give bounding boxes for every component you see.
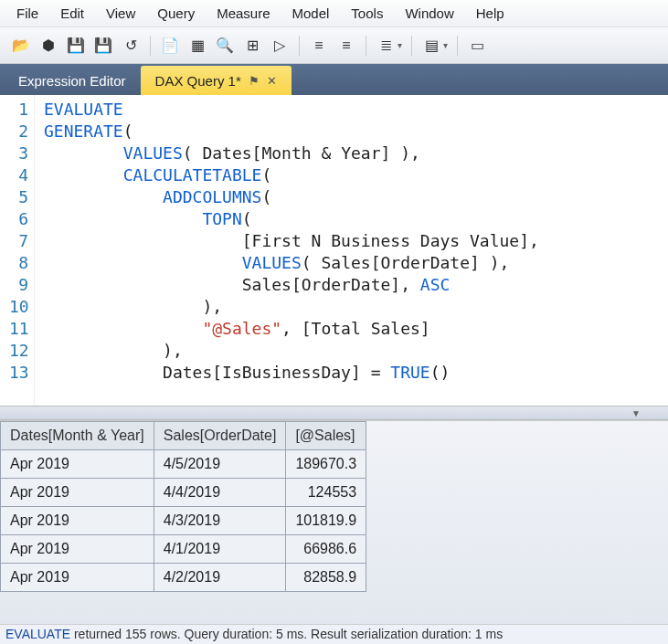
format-button[interactable]: ≣ [374,34,398,58]
cell: 4/1/2019 [154,535,286,564]
cell: Apr 2019 [1,564,154,592]
code-line[interactable]: VALUES( Dates[Month & Year] ), [44,143,539,164]
menu-edit[interactable]: Edit [55,3,90,24]
code-line[interactable]: "@Sales", [Total Sales] [44,318,539,340]
tab-dax-query[interactable]: DAX Query 1* ⚑ ✕ [141,66,292,95]
cell: 101819.9 [286,507,366,535]
code-line[interactable]: EVALUATE [44,99,539,121]
menubar: FileEditViewQueryMeasureModelToolsWindow… [0,0,668,27]
doc-button[interactable]: 📄 [158,34,182,58]
code-line[interactable]: Dates[IsBusinessDay] = TRUE() [44,362,539,384]
cube-button[interactable]: ⬢ [37,34,60,58]
menu-measure[interactable]: Measure [211,3,275,24]
undo-button[interactable]: ↺ [119,34,143,58]
menu-tools[interactable]: Tools [345,3,388,24]
code-line[interactable]: TOPN( [44,208,539,230]
cell: 189670.3 [286,450,366,479]
code-line[interactable]: Sales[OrderDate], ASC [44,274,539,296]
code-line[interactable]: ADDCOLUMNS( [44,186,539,208]
find-button[interactable]: 🔍 [213,34,237,58]
save-all-button[interactable]: 💾 [91,34,115,58]
tab-bar: Expression Editor DAX Query 1* ⚑ ✕ [0,64,668,95]
tab-label: DAX Query 1* [155,73,241,89]
table-row[interactable]: Apr 20194/4/2019124553 [1,479,366,507]
code-editor[interactable]: 12345678910111213 EVALUATEGENERATE( VALU… [0,95,668,406]
run-button[interactable]: ▷ [268,34,292,58]
code-line[interactable]: CALCULATETABLE( [44,164,539,186]
align-button[interactable]: ▤ [419,34,443,58]
indent-left-button[interactable]: ≡ [307,34,331,58]
column-header[interactable]: Sales[OrderDate] [154,422,286,450]
cell: Apr 2019 [1,450,154,479]
status-bar: EVALUATE returned 155 rows. Query durati… [0,624,668,644]
save-button[interactable]: 💾 [64,34,88,58]
code-line[interactable]: [First N Business Days Value], [44,230,539,252]
cell: 82858.9 [286,564,366,592]
pin-icon[interactable]: ⚑ [249,74,260,88]
cell: 4/5/2019 [154,450,286,479]
menu-query[interactable]: Query [152,3,200,24]
dropdown-icon[interactable]: ▾ [443,40,448,50]
line-gutter: 12345678910111213 [0,95,35,406]
cell: 124553 [286,479,366,507]
cell: 66986.6 [286,535,366,564]
results-grid[interactable]: Dates[Month & Year]Sales[OrderDate][@Sal… [0,420,668,624]
indent-right-button[interactable]: ≡ [334,34,358,58]
tree-button[interactable]: ⊞ [240,34,264,58]
table-row[interactable]: Apr 20194/5/2019189670.3 [1,450,366,479]
column-header[interactable]: [@Sales] [286,422,366,450]
status-keyword: EVALUATE [5,627,70,641]
menu-view[interactable]: View [101,3,141,24]
cell: Apr 2019 [1,507,154,535]
code-line[interactable]: GENERATE( [44,121,539,143]
cell: Apr 2019 [1,479,154,507]
cell: 4/2/2019 [154,564,286,592]
table-row[interactable]: Apr 20194/3/2019101819.9 [1,507,366,535]
cell: Apr 2019 [1,535,154,564]
cell: 4/4/2019 [154,479,286,507]
dropdown-icon[interactable]: ▾ [398,40,402,50]
menu-window[interactable]: Window [399,3,459,24]
cell: 4/3/2019 [154,507,286,535]
tab-expression-editor[interactable]: Expression Editor [4,66,141,95]
toolbar: 📂⬢💾💾↺📄▦🔍⊞▷≡≡≣▾▤▾▭ [0,27,668,64]
splitter-handle[interactable]: ▼ [0,406,668,420]
table-row[interactable]: Apr 20194/1/201966986.6 [1,535,366,564]
menu-help[interactable]: Help [471,3,510,24]
status-text: returned 155 rows. Query duration: 5 ms.… [70,627,503,641]
panel-button[interactable]: ▭ [465,34,489,58]
column-header[interactable]: Dates[Month & Year] [1,422,154,450]
open-button[interactable]: 📂 [9,34,33,58]
table-row[interactable]: Apr 20194/2/201982858.9 [1,564,366,592]
close-icon[interactable]: ✕ [267,74,277,88]
code-line[interactable]: ), [44,296,539,318]
code-line[interactable]: VALUES( Sales[OrderDate] ), [44,252,539,274]
menu-model[interactable]: Model [287,3,335,24]
menu-file[interactable]: File [11,3,44,24]
code-area[interactable]: EVALUATEGENERATE( VALUES( Dates[Month & … [35,95,548,406]
form-button[interactable]: ▦ [186,34,209,58]
tab-label: Expression Editor [18,73,126,89]
code-line[interactable]: ), [44,340,539,362]
